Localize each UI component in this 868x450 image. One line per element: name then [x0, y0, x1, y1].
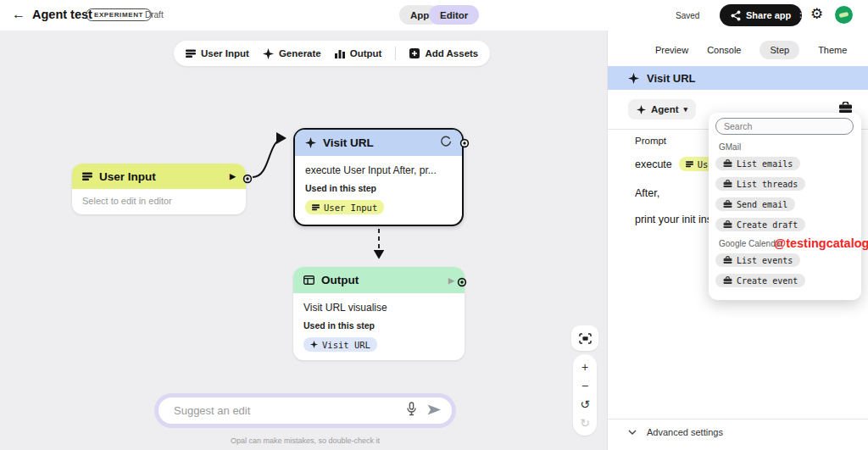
caret-down-icon: ▾: [684, 105, 688, 114]
experiment-badge: EXPERIMENT: [86, 8, 152, 21]
used-in-step-label: Used in this step: [305, 183, 452, 193]
saved-status: Saved: [676, 11, 699, 20]
node-user-input-body: Select to edit in editor: [72, 189, 246, 214]
mic-icon[interactable]: [406, 402, 417, 419]
node-visit-url-preview: execute User Input After, pr...: [305, 164, 452, 176]
tool-chip[interactable]: Create draft: [715, 218, 805, 231]
avatar-glyph: [839, 12, 849, 18]
tool-chip[interactable]: Create event: [715, 274, 805, 287]
zoom-out-button[interactable]: −: [581, 379, 588, 392]
used-chip-visit-url[interactable]: Visit URL: [303, 337, 377, 352]
agent-type-selector[interactable]: Agent ▾: [628, 99, 696, 119]
chevron-down-icon: [628, 430, 637, 435]
sparkle-icon: [305, 137, 316, 148]
zoom-in-button[interactable]: +: [581, 360, 588, 374]
used-in-step-label: Used in this step: [303, 320, 454, 331]
watermark-text: @testingcatalog: [774, 236, 868, 250]
node-visit-url-header[interactable]: Visit URL: [295, 130, 462, 156]
toolbar-add-assets-label: Add Assets: [425, 48, 478, 58]
advanced-settings-label: Advanced settings: [647, 427, 723, 437]
user-avatar[interactable]: [835, 6, 853, 24]
tool-chip-label: Create draft: [737, 220, 798, 230]
draft-status: Draft: [145, 10, 164, 19]
prompt-line-2[interactable]: After,: [635, 187, 659, 199]
tool-chip-label: List threads: [737, 180, 798, 189]
overflow-menu-icon[interactable]: ⋮: [795, 7, 806, 19]
tool-section-gmail-label: GMail: [719, 142, 854, 152]
agent-selector-label: Agent: [651, 104, 679, 114]
port-visit-url[interactable]: [459, 136, 470, 147]
tab-step[interactable]: Step: [760, 41, 799, 59]
step-header: Visit URL: [608, 66, 868, 90]
toolbar-generate-label: Generate: [279, 48, 321, 58]
lines-icon: [82, 171, 92, 181]
editor-canvas[interactable]: User Input Generate Output Add Assets Us…: [0, 31, 607, 450]
fit-to-screen-button[interactable]: [571, 325, 598, 351]
sparkle-icon: [628, 73, 639, 84]
toolbar-add-assets-button[interactable]: Add Assets: [409, 48, 478, 58]
tool-chip[interactable]: Send email: [715, 197, 795, 211]
send-icon[interactable]: [427, 403, 442, 419]
undo-button[interactable]: ↺: [580, 397, 590, 411]
run-node-icon[interactable]: ▶: [448, 276, 454, 285]
tool-chip[interactable]: List events: [715, 253, 800, 267]
advanced-settings-toggle[interactable]: Advanced settings: [628, 427, 723, 437]
tool-list-calendar: List events Create event: [715, 253, 854, 287]
tab-preview[interactable]: Preview: [655, 41, 688, 59]
node-visit-url[interactable]: Visit URL execute User Input After, pr..…: [293, 128, 464, 226]
redo-button[interactable]: ↻: [580, 416, 590, 430]
share-app-button[interactable]: Share app: [720, 4, 802, 26]
node-output[interactable]: Output ▶ Visit URL visualise Used in thi…: [293, 267, 465, 360]
top-bar: ← Agent test EXPERIMENT Draft App Editor…: [0, 0, 868, 31]
run-node-icon[interactable]: ▶: [230, 172, 236, 181]
tool-chip-label: Send email: [737, 200, 787, 209]
used-chip-user-input-label: User Input: [324, 203, 377, 213]
suggestion-composer: [154, 393, 456, 428]
add-square-icon: [409, 48, 420, 58]
back-icon[interactable]: ←: [12, 7, 25, 22]
toolbox-icon: [723, 159, 732, 168]
spinner-icon: [440, 136, 452, 150]
node-user-input-title: User Input: [99, 170, 156, 183]
tab-theme[interactable]: Theme: [818, 41, 847, 59]
panel-tabs: Preview Console Step Theme: [608, 37, 868, 63]
toolbar-user-input-label: User Input: [201, 48, 249, 58]
toolbar-user-input-button[interactable]: User Input: [186, 48, 249, 58]
zoom-controls: + − ↺ ↻: [573, 354, 597, 436]
disclaimer-text: Opal can make mistakes, so double-check …: [154, 436, 456, 445]
toolbar-divider: [395, 47, 396, 60]
wire-userinput-to-visiturl: [253, 138, 285, 177]
toolbar-output-button[interactable]: Output: [335, 48, 382, 58]
toolbox-icon: [723, 276, 732, 285]
port-user-input-out[interactable]: [242, 172, 253, 182]
canvas-toolbar: User Input Generate Output Add Assets: [174, 41, 490, 66]
tool-search-input[interactable]: [715, 118, 854, 135]
editor-toggle-button[interactable]: Editor: [429, 5, 479, 25]
toolbox-icon: [723, 220, 732, 229]
suggest-edit-input[interactable]: [174, 404, 406, 417]
used-chip-user-input[interactable]: User Input: [305, 200, 384, 214]
lines-icon: [186, 48, 196, 58]
used-chip-visit-url-label: Visit URL: [322, 340, 370, 350]
node-output-header[interactable]: Output ▶: [293, 267, 465, 293]
node-user-input-header[interactable]: User Input ▶: [72, 164, 246, 189]
toolbar-output-label: Output: [350, 48, 382, 58]
prompt-text: execute: [635, 158, 672, 170]
node-output-preview: Visit URL visualise: [303, 302, 454, 314]
port-output[interactable]: [457, 275, 467, 286]
connection-wires: [0, 31, 607, 450]
tab-console[interactable]: Console: [707, 41, 741, 59]
prompt-label: Prompt: [635, 136, 666, 146]
tool-chip-label: List events: [737, 256, 793, 265]
sparkle-icon: [637, 105, 646, 114]
tool-chip[interactable]: List threads: [715, 177, 805, 191]
step-title: Visit URL: [647, 72, 696, 85]
node-user-input[interactable]: User Input ▶ Select to edit in editor: [72, 164, 246, 214]
toolbar-generate-button[interactable]: Generate: [263, 48, 321, 59]
divider: [608, 419, 868, 419]
share-app-label: Share app: [746, 10, 791, 20]
tool-chip[interactable]: List emails: [715, 157, 800, 170]
settings-gear-icon[interactable]: ⚙: [810, 5, 823, 23]
bar-chart-icon: [335, 48, 345, 58]
toolbox-icon: [723, 256, 732, 264]
